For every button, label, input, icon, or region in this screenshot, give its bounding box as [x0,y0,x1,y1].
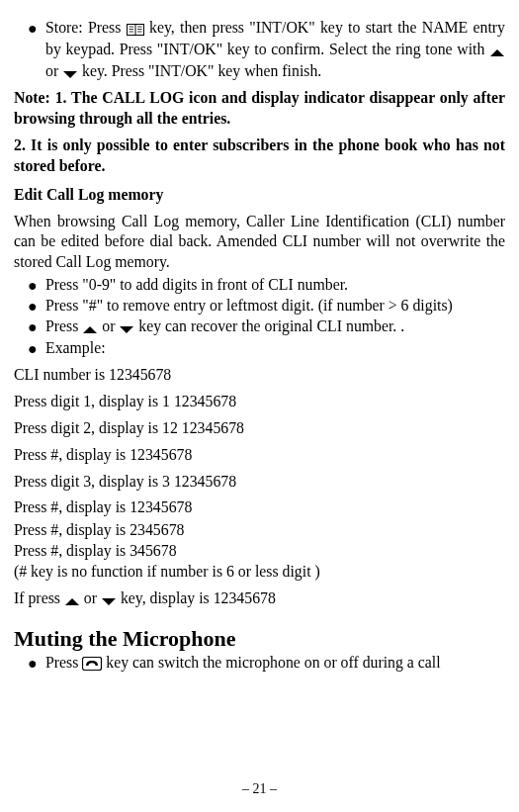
text: If press [14,589,64,606]
book-icon [127,19,144,40]
bullet-edit-3: ● Press or key can recover the original … [45,316,505,338]
edit-paragraph: When browsing Call Log memory, Caller Li… [14,212,505,274]
svg-rect-14 [83,657,102,670]
text: key, display is 12345678 [121,589,276,606]
down-arrow-icon [101,589,117,610]
up-arrow-icon [82,317,98,338]
text: Press "0-9" to add digits in front of CL… [45,275,505,296]
svg-marker-11 [120,326,133,333]
text: Press key can switch the microphone on o… [45,653,505,675]
example-line-4: Press #, display is 12345678 [14,445,505,466]
text: Press "#" to remove entry or leftmost di… [45,296,505,316]
svg-marker-13 [102,598,116,605]
bullet-edit-2: ● Press "#" to remove entry or leftmost … [45,296,505,316]
example-line-8: Press #, display is 345678 [14,541,505,562]
bullet-marker: ● [28,316,45,338]
down-arrow-icon [119,317,134,338]
example-line-6: Press #, display is 12345678 [14,497,505,518]
bullet-edit-1: ● Press "0-9" to add digits in front of … [45,275,505,296]
phone-icon [82,654,102,675]
text: Example: [45,338,505,359]
section-heading-mute: Muting the Microphone [14,624,505,653]
example-line-5: Press digit 3, display is 3 12345678 [14,472,505,493]
bullet-mute: ● Press key can switch the microphone on… [45,653,505,675]
example-line-9: (# key is no function if number is 6 or … [14,562,505,583]
bullet-marker: ● [28,338,45,359]
svg-marker-10 [83,326,97,333]
bullet-marker: ● [28,653,45,675]
up-arrow-icon [489,41,505,61]
text: or [102,317,119,334]
up-arrow-icon [64,589,80,610]
down-arrow-icon [62,62,78,83]
note-1: Note: 1. The CALL LOG icon and display i… [14,88,505,130]
example-line-2: Press digit 1, display is 1 12345678 [14,392,505,412]
example-line-3: Press digit 2, display is 12 12345678 [14,418,505,439]
bullet-marker: ● [28,18,45,82]
bullet-store: ● Store: Press key, then press "INT/OK" … [45,18,505,82]
bullet-edit-4: ● Example: [45,338,505,359]
section-heading-edit: Edit Call Log memory [14,185,505,206]
example-line-7: Press #, display is 2345678 [14,520,505,541]
example-line-1: CLI number is 12345678 [14,365,505,386]
bullet-store-text: Store: Press key, then press "INT/OK" ke… [45,18,505,82]
svg-marker-12 [65,598,79,605]
text: key can recover the original CLI number.… [138,317,404,334]
text: Store: Press [45,19,127,36]
text: Press or key can recover the original CL… [45,316,505,338]
bullet-marker: ● [28,296,45,316]
example-line-10: If press or key, display is 12345678 [14,588,505,610]
text: or [45,62,62,79]
text: or [84,589,101,606]
page-number: – 21 – [0,780,519,798]
text: Press [45,317,82,334]
bullet-marker: ● [28,275,45,296]
text: key. Press "INT/OK" key when finish. [82,62,321,79]
svg-marker-9 [63,71,77,78]
text: Press [45,654,82,671]
svg-marker-8 [490,49,504,56]
text: key can switch the microphone on or off … [106,654,440,671]
note-2: 2. It is only possible to enter subscrib… [14,135,505,177]
